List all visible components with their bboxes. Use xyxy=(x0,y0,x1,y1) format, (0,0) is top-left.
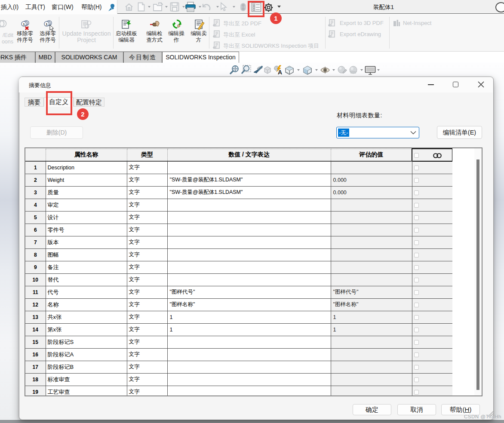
svg-text:1: 1 xyxy=(23,22,25,26)
svg-text:1: 1 xyxy=(46,22,48,26)
svg-text:A: A xyxy=(278,69,282,75)
